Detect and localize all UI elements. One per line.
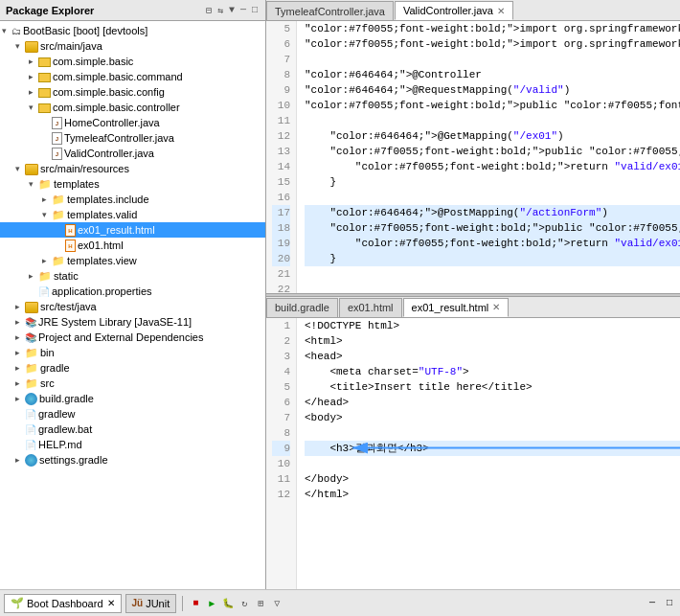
tree-item-label: src/main/java [40, 40, 102, 52]
top-tab-TymeleafController[interactable]: TymeleafController.java [266, 1, 394, 20]
tree-item-icon-folder: 📁 [52, 209, 67, 221]
tab-label: ex01_result.html [412, 302, 489, 313]
debug-icon[interactable]: 🐛 [221, 597, 235, 610]
tree-item-bootbasic[interactable]: ▾🗂BootBasic [boot] [devtools] [0, 23, 265, 38]
tree-item-label: ex01.html [78, 240, 124, 251]
tree-item-icon-src-folder [25, 300, 40, 312]
tree-item-src[interactable]: ▸📁src [0, 376, 265, 391]
tree-item-static[interactable]: ▸📁static [0, 268, 265, 284]
top-code-content[interactable]: "color:#7f0055;font-weight:bold;">import… [297, 21, 680, 293]
minimize-icon[interactable]: ─ [238, 4, 248, 17]
tree-item-com.simple.basic.command[interactable]: ▸com.simple.basic.command [0, 69, 265, 84]
tree-item-label: com.simple.basic.controller [53, 102, 180, 113]
tree-item-com.simple.basic.config[interactable]: ▸com.simple.basic.config [0, 84, 265, 100]
link-with-editor-icon[interactable]: ⇆ [215, 4, 225, 17]
tree-item-label: application.properties [52, 285, 152, 297]
refresh-icon[interactable]: ↻ [238, 597, 251, 610]
tree-item-label: templates [54, 178, 100, 190]
maximize-bottom-icon[interactable]: □ [663, 597, 676, 610]
tree-item-build.gradle-root[interactable]: ▸build.gradle [0, 391, 265, 406]
tree-item-icon-file: 📄 [25, 408, 38, 420]
line-number: 13 [272, 144, 290, 159]
tree-item-bin[interactable]: ▸📁bin [0, 345, 265, 360]
filter-icon[interactable]: ▽ [270, 597, 283, 610]
tree-item-label: HELP.md [38, 439, 82, 450]
run-icon[interactable]: ▶ [205, 597, 218, 610]
tree-item-application.properties[interactable]: 📄application.properties [0, 284, 265, 299]
tree-item-JRE[interactable]: ▸📚JRE System Library [JavaSE-11] [0, 314, 265, 330]
tree-item-label: build.gradle [39, 393, 94, 404]
tree-item-gradlew.bat[interactable]: 📄gradlew.bat [0, 422, 265, 437]
bottom-code-content[interactable]: <!DOCTYPE html><html><head> <meta charse… [297, 318, 680, 590]
tree-item-ex01_result.html[interactable]: Hex01_result.html [0, 222, 265, 238]
tree-item-settings.gradle[interactable]: ▸settings.gradle [0, 452, 265, 468]
line-number: 12 [272, 487, 290, 502]
tree-item-gradle[interactable]: ▸📁gradle [0, 360, 265, 376]
line-number: 4 [272, 364, 290, 379]
tree-item-icon-properties: 📄 [38, 285, 52, 297]
tree-item-com.simple.basic[interactable]: ▸com.simple.basic [0, 54, 265, 69]
minimize-bottom-icon[interactable]: ─ [646, 597, 659, 610]
code-line: "color:#7f0055;font-weight:bold;">return… [305, 236, 680, 251]
tree-item-com.simple.basic.controller[interactable]: ▾com.simple.basic.controller [0, 100, 265, 115]
tree-item-icon-package [38, 71, 53, 82]
tree-item-templates.include[interactable]: ▸📁templates.include [0, 192, 265, 207]
tree-item-icon-package [38, 56, 53, 67]
code-line: "color:#7f0055;font-weight:bold;">public… [305, 98, 680, 113]
boot-dashboard-close[interactable]: ✕ [107, 598, 115, 608]
tree-item-label: JRE System Library [JavaSE-11] [38, 316, 192, 328]
code-line [305, 425, 680, 441]
tree-item-icon-java: J [52, 131, 64, 145]
bottom-tab-build.gradle[interactable]: build.gradle [266, 298, 338, 317]
tree-item-icon-jar: 📚 [25, 316, 38, 328]
bottom-tab-ex01.html[interactable]: ex01.html [339, 298, 402, 317]
view-menu-icon[interactable]: ▼ [227, 4, 237, 17]
bottom-line-numbers: 123456789101112 [266, 318, 297, 590]
collapse-all-icon[interactable]: ⊟ [204, 4, 214, 17]
tab-close[interactable]: ✕ [497, 6, 505, 16]
tree-item-ProjectDeps[interactable]: ▸📚Project and External Dependencies [0, 330, 265, 345]
tree-item-ValidController.java[interactable]: JValidController.java [0, 146, 265, 161]
stop-icon[interactable]: ■ [189, 597, 202, 610]
open-console-icon[interactable]: ⊞ [254, 597, 267, 610]
tree-item-label: HomeController.java [64, 117, 160, 128]
top-tab-ValidController[interactable]: ValidController.java✕ [395, 1, 513, 20]
bottom-toolbar: 🌱 Boot Dashboard ✕ Jü JUnit ■ ▶ 🐛 ↻ ⊞ ▽ … [0, 589, 680, 616]
top-code-container: 56789101112131415161718192021222324 "col… [266, 21, 680, 293]
tree-item-HELP.md[interactable]: 📄HELP.md [0, 437, 265, 452]
tree-item-ex01.html[interactable]: Hex01.html [0, 238, 265, 253]
tree-item-src-test-java[interactable]: ▸src/test/java [0, 299, 265, 314]
tree-item-TymeleafController.java[interactable]: JTymeleafController.java [0, 130, 265, 146]
tree-item-src-main-java[interactable]: ▾src/main/java [0, 38, 265, 54]
tree-item-icon-file: 📄 [25, 423, 38, 435]
line-number: 5 [272, 21, 290, 36]
toolbar-separator-1 [182, 596, 183, 611]
line-number: 22 [272, 282, 290, 293]
code-line: </html> [305, 487, 680, 502]
tree-item-label: bin [40, 347, 55, 358]
tree-item-icon-folder: 📁 [25, 347, 40, 359]
tree-item-templates.view[interactable]: ▸📁templates.view [0, 253, 265, 268]
tree-item-gradlew[interactable]: 📄gradlew [0, 406, 265, 422]
code-line: "color:#646464;">@PostMapping("/actionFo… [305, 205, 680, 220]
tree-item-HomeController.java[interactable]: JHomeController.java [0, 115, 265, 130]
tree-item-src-main-resources[interactable]: ▾src/main/resources [0, 161, 265, 176]
tree-item-templates.valid[interactable]: ▾📁templates.valid [0, 207, 265, 222]
bottom-tab-ex01_result.html[interactable]: ex01_result.html✕ [403, 298, 510, 317]
tree-item-templates[interactable]: ▾📁templates [0, 176, 265, 192]
line-number: 7 [272, 52, 290, 67]
code-line: "color:#7f0055;font-weight:bold;">public… [305, 220, 680, 236]
maximize-icon[interactable]: □ [250, 4, 260, 17]
boot-dashboard-icon: 🌱 [11, 597, 24, 609]
junit-tab[interactable]: Jü JUnit [125, 594, 177, 613]
tab-close[interactable]: ✕ [492, 302, 500, 312]
top-tab-bar: TymeleafController.javaValidController.j… [266, 0, 680, 21]
tree-item-icon-package [38, 102, 53, 113]
editor-area: TymeleafController.javaValidController.j… [266, 0, 680, 589]
boot-dashboard-tab[interactable]: 🌱 Boot Dashboard ✕ [4, 594, 122, 613]
code-line: "color:#7f0055;font-weight:bold;">return… [305, 159, 680, 174]
line-number: 6 [272, 36, 290, 52]
tab-label: build.gradle [275, 302, 329, 313]
line-number: 6 [272, 395, 290, 410]
bottom-editor: build.gradleex01.htmlex01_result.html✕ 1… [266, 297, 680, 590]
